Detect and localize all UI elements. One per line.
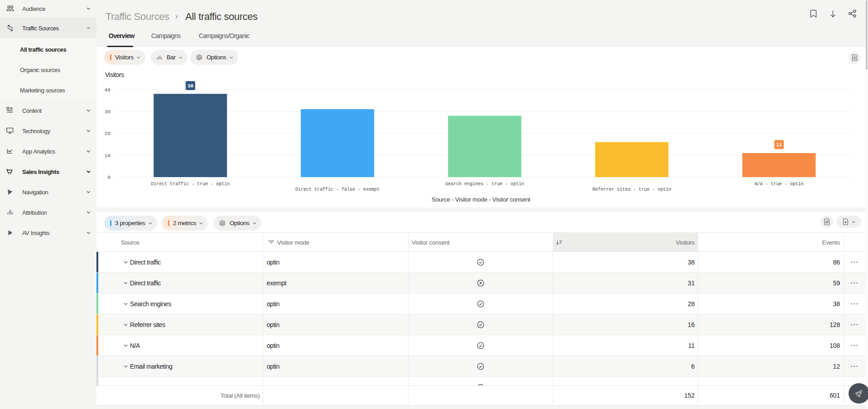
svg-text:11: 11: [776, 142, 782, 148]
svg-text:40: 40: [105, 87, 110, 93]
svg-text:Direct traffic - true - optin: Direct traffic - true - optin: [151, 182, 230, 187]
svg-text:10: 10: [105, 153, 110, 159]
svg-text:38: 38: [187, 83, 194, 89]
svg-text:Source - Visitor mode - Visito: Source - Visitor mode - Visitor consent: [432, 196, 531, 203]
svg-text:Direct traffic - false - exemp: Direct traffic - false - exempt: [295, 187, 379, 192]
svg-text:30: 30: [105, 109, 110, 115]
svg-text:20: 20: [105, 131, 110, 136]
svg-text:Search engines - true - optin: Search engines - true - optin: [445, 182, 524, 187]
svg-text:0: 0: [107, 175, 110, 180]
svg-text:Referrer sites - true - optin: Referrer sites - true - optin: [592, 187, 671, 192]
svg-text:N/A - true - optin: N/A - true - optin: [754, 182, 803, 187]
